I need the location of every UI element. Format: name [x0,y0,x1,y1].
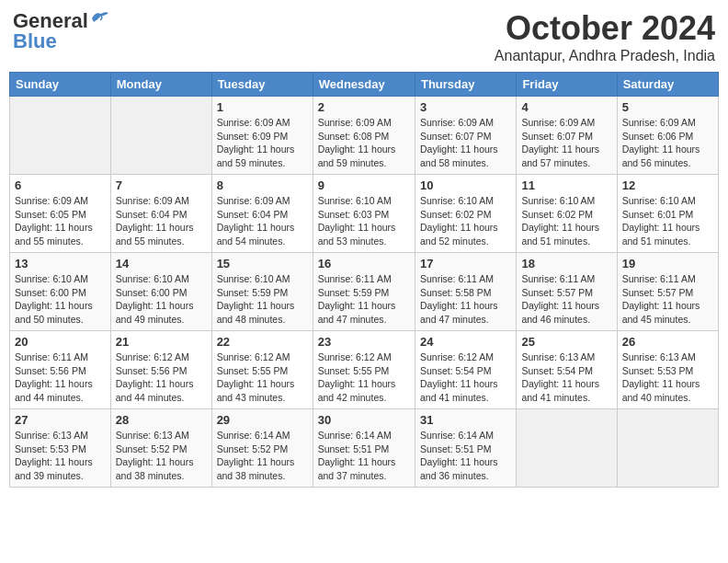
day-detail: Sunrise: 6:10 AMSunset: 6:00 PMDaylight:… [15,272,106,327]
calendar-cell: 10Sunrise: 6:10 AMSunset: 6:02 PMDayligh… [415,175,516,253]
day-number: 23 [318,335,410,349]
calendar-cell: 17Sunrise: 6:11 AMSunset: 5:58 PMDayligh… [415,253,516,331]
calendar-cell: 22Sunrise: 6:12 AMSunset: 5:55 PMDayligh… [211,331,313,409]
day-detail: Sunrise: 6:10 AMSunset: 5:59 PMDaylight:… [217,272,308,327]
calendar-cell [517,409,617,488]
day-detail: Sunrise: 6:11 AMSunset: 5:57 PMDaylight:… [622,272,713,327]
title-block: October 2024 Anantapur, Andhra Pradesh, … [495,9,715,64]
day-number: 11 [521,178,611,192]
day-detail: Sunrise: 6:10 AMSunset: 6:01 PMDaylight:… [622,194,713,248]
logo: General Blue [13,9,110,53]
day-detail: Sunrise: 6:13 AMSunset: 5:52 PMDaylight:… [116,429,207,483]
day-number: 15 [217,257,308,270]
calendar-week-5: 27Sunrise: 6:13 AMSunset: 5:53 PMDayligh… [10,409,719,488]
calendar-cell: 1Sunrise: 6:09 AMSunset: 6:09 PMDaylight… [211,97,313,175]
calendar-cell [10,97,111,175]
page-header: General Blue October 2024 Anantapur, And… [9,9,719,64]
day-detail: Sunrise: 6:11 AMSunset: 5:56 PMDaylight:… [15,350,106,405]
day-detail: Sunrise: 6:12 AMSunset: 5:56 PMDaylight:… [116,350,207,405]
calendar-cell: 30Sunrise: 6:14 AMSunset: 5:51 PMDayligh… [313,409,415,488]
day-number: 25 [521,335,611,349]
day-number: 7 [116,178,207,192]
day-detail: Sunrise: 6:12 AMSunset: 5:55 PMDaylight:… [217,350,308,405]
day-detail: Sunrise: 6:09 AMSunset: 6:05 PMDaylight:… [15,194,106,248]
calendar-week-1: 1Sunrise: 6:09 AMSunset: 6:09 PMDaylight… [10,97,719,175]
calendar-cell: 20Sunrise: 6:11 AMSunset: 5:56 PMDayligh… [10,331,111,409]
day-number: 5 [622,100,713,114]
month-title: October 2024 [495,9,715,48]
calendar-cell [110,97,211,175]
day-detail: Sunrise: 6:09 AMSunset: 6:07 PMDaylight:… [521,116,611,170]
day-detail: Sunrise: 6:09 AMSunset: 6:07 PMDaylight:… [420,116,511,170]
calendar-cell: 26Sunrise: 6:13 AMSunset: 5:53 PMDayligh… [617,331,718,409]
weekday-header-wednesday: Wednesday [313,73,415,97]
weekday-header-thursday: Thursday [415,73,516,97]
calendar-cell: 16Sunrise: 6:11 AMSunset: 5:59 PMDayligh… [313,253,415,331]
calendar-header-row: SundayMondayTuesdayWednesdayThursdayFrid… [10,73,719,97]
day-number: 18 [521,257,611,270]
calendar-cell [617,409,718,488]
day-number: 14 [116,257,207,270]
calendar-cell: 19Sunrise: 6:11 AMSunset: 5:57 PMDayligh… [617,253,718,331]
day-detail: Sunrise: 6:09 AMSunset: 6:09 PMDaylight:… [217,116,308,170]
calendar-cell: 15Sunrise: 6:10 AMSunset: 5:59 PMDayligh… [211,253,313,331]
weekday-header-sunday: Sunday [10,73,111,97]
day-number: 12 [622,178,713,192]
location: Anantapur, Andhra Pradesh, India [495,48,715,64]
day-number: 3 [420,100,511,114]
logo-blue: Blue [13,29,57,53]
calendar-week-4: 20Sunrise: 6:11 AMSunset: 5:56 PMDayligh… [10,331,719,409]
day-number: 21 [116,335,207,349]
calendar-cell: 3Sunrise: 6:09 AMSunset: 6:07 PMDaylight… [415,97,516,175]
calendar-cell: 24Sunrise: 6:12 AMSunset: 5:54 PMDayligh… [415,331,516,409]
calendar-cell: 9Sunrise: 6:10 AMSunset: 6:03 PMDaylight… [313,175,415,253]
calendar-cell: 4Sunrise: 6:09 AMSunset: 6:07 PMDaylight… [517,97,617,175]
logo-bird-icon [90,9,110,26]
day-number: 30 [318,413,410,427]
calendar-cell: 11Sunrise: 6:10 AMSunset: 6:02 PMDayligh… [517,175,617,253]
day-number: 16 [318,257,410,270]
day-number: 28 [116,413,207,427]
calendar-cell: 5Sunrise: 6:09 AMSunset: 6:06 PMDaylight… [617,97,718,175]
calendar-cell: 31Sunrise: 6:14 AMSunset: 5:51 PMDayligh… [415,409,516,488]
day-detail: Sunrise: 6:12 AMSunset: 5:55 PMDaylight:… [318,350,410,405]
day-number: 2 [318,100,410,114]
calendar-cell: 14Sunrise: 6:10 AMSunset: 6:00 PMDayligh… [110,253,211,331]
calendar-cell: 29Sunrise: 6:14 AMSunset: 5:52 PMDayligh… [211,409,313,488]
calendar-cell: 12Sunrise: 6:10 AMSunset: 6:01 PMDayligh… [617,175,718,253]
day-detail: Sunrise: 6:11 AMSunset: 5:58 PMDaylight:… [420,272,511,327]
calendar-cell: 23Sunrise: 6:12 AMSunset: 5:55 PMDayligh… [313,331,415,409]
day-number: 9 [318,178,410,192]
calendar-cell: 7Sunrise: 6:09 AMSunset: 6:04 PMDaylight… [110,175,211,253]
day-number: 19 [622,257,713,270]
day-detail: Sunrise: 6:10 AMSunset: 6:02 PMDaylight:… [420,194,511,248]
day-number: 8 [217,178,308,192]
weekday-header-tuesday: Tuesday [211,73,313,97]
weekday-header-saturday: Saturday [617,73,718,97]
day-number: 31 [420,413,511,427]
day-detail: Sunrise: 6:10 AMSunset: 6:00 PMDaylight:… [116,272,207,327]
calendar-cell: 25Sunrise: 6:13 AMSunset: 5:54 PMDayligh… [517,331,617,409]
day-detail: Sunrise: 6:12 AMSunset: 5:54 PMDaylight:… [420,350,511,405]
day-number: 29 [217,413,308,427]
calendar-week-2: 6Sunrise: 6:09 AMSunset: 6:05 PMDaylight… [10,175,719,253]
day-detail: Sunrise: 6:14 AMSunset: 5:52 PMDaylight:… [217,429,308,483]
day-number: 13 [15,257,106,270]
day-detail: Sunrise: 6:13 AMSunset: 5:54 PMDaylight:… [521,350,611,405]
calendar-cell: 21Sunrise: 6:12 AMSunset: 5:56 PMDayligh… [110,331,211,409]
weekday-header-monday: Monday [110,73,211,97]
day-number: 10 [420,178,511,192]
day-detail: Sunrise: 6:10 AMSunset: 6:03 PMDaylight:… [318,194,410,248]
day-detail: Sunrise: 6:13 AMSunset: 5:53 PMDaylight:… [622,350,713,405]
day-number: 17 [420,257,511,270]
day-number: 1 [217,100,308,114]
day-number: 6 [15,178,106,192]
day-number: 26 [622,335,713,349]
day-detail: Sunrise: 6:13 AMSunset: 5:53 PMDaylight:… [15,429,106,483]
calendar-cell: 28Sunrise: 6:13 AMSunset: 5:52 PMDayligh… [110,409,211,488]
day-detail: Sunrise: 6:09 AMSunset: 6:04 PMDaylight:… [116,194,207,248]
calendar-week-3: 13Sunrise: 6:10 AMSunset: 6:00 PMDayligh… [10,253,719,331]
calendar-cell: 27Sunrise: 6:13 AMSunset: 5:53 PMDayligh… [10,409,111,488]
day-detail: Sunrise: 6:09 AMSunset: 6:08 PMDaylight:… [318,116,410,170]
day-detail: Sunrise: 6:09 AMSunset: 6:04 PMDaylight:… [217,194,308,248]
